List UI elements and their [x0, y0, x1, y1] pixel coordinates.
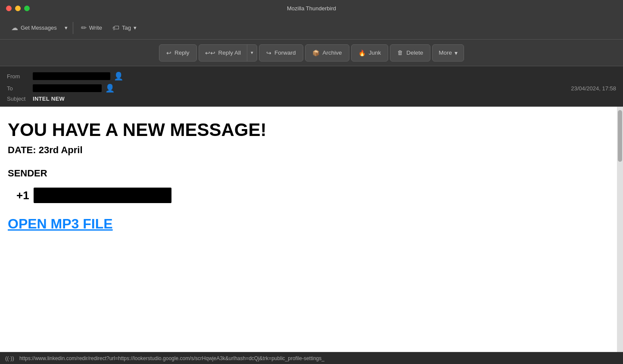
toolbar-divider-1 — [73, 22, 73, 34]
email-body-wrapper: YOU HAVE A NEW MESSAGE! DATE: 23rd April… — [0, 107, 623, 352]
forward-button[interactable]: ↪ Forward — [259, 44, 303, 62]
more-label: More — [439, 49, 452, 56]
from-avatar-icon[interactable]: 👤 — [114, 71, 123, 81]
archive-label: Archive — [323, 49, 342, 56]
subject-row: Subject INTEL NEW — [7, 96, 616, 102]
minimize-button[interactable] — [15, 6, 21, 11]
email-date: DATE: 23rd April — [8, 145, 604, 156]
get-messages-button[interactable]: ☁ Get Messages — [7, 21, 61, 34]
maximize-button[interactable] — [24, 6, 30, 11]
tag-icon: 🏷 — [112, 24, 119, 32]
reply-button[interactable]: ↩ Reply — [159, 44, 197, 62]
get-messages-icon: ☁ — [11, 24, 18, 32]
delete-button[interactable]: 🗑 Delete — [390, 44, 430, 62]
forward-label: Forward — [274, 49, 296, 56]
reply-all-dropdown[interactable]: ▾ — [247, 45, 257, 61]
delete-label: Delete — [406, 49, 423, 56]
archive-icon: 📦 — [312, 49, 320, 56]
tag-label: Tag — [122, 25, 131, 31]
email-body: YOU HAVE A NEW MESSAGE! DATE: 23rd April… — [0, 107, 617, 352]
from-label: From — [7, 73, 33, 80]
status-url: https://www.linkedin.com/redir/redirect?… — [19, 355, 324, 361]
reply-label: Reply — [174, 49, 190, 56]
sender-number-redacted — [34, 188, 171, 203]
to-row: To 👤 23/04/2024, 17:58 — [7, 83, 616, 93]
reply-all-button[interactable]: ↩↩ Reply All — [199, 45, 247, 61]
archive-button[interactable]: 📦 Archive — [305, 44, 349, 62]
open-mp3-link[interactable]: OPEN MP3 FILE — [8, 216, 113, 232]
reply-all-chevron-icon: ▾ — [251, 50, 253, 56]
write-label: Write — [89, 25, 102, 31]
email-headline: YOU HAVE A NEW MESSAGE! — [8, 120, 604, 140]
from-value-wrapper: 👤 — [33, 71, 616, 81]
more-button[interactable]: More ▾ — [432, 44, 464, 62]
reply-all-split: ↩↩ Reply All ▾ — [199, 44, 258, 62]
scrollbar-track[interactable] — [617, 107, 623, 352]
to-label: To — [7, 85, 33, 92]
traffic-lights — [6, 6, 30, 11]
get-messages-label: Get Messages — [21, 25, 57, 31]
subject-value: INTEL NEW — [33, 96, 65, 102]
reply-all-label: Reply All — [218, 49, 241, 56]
to-redacted — [33, 84, 102, 92]
email-sender-label: SENDER — [8, 168, 604, 179]
scrollbar-thumb[interactable] — [618, 110, 622, 162]
to-value-wrapper: 👤 — [33, 83, 571, 93]
delete-icon: 🗑 — [397, 49, 403, 56]
get-messages-dropdown[interactable]: ▾ — [63, 22, 69, 34]
sender-number-row: +1 — [16, 188, 604, 203]
tag-button[interactable]: 🏷 Tag ▾ — [108, 22, 141, 34]
tag-chevron-icon: ▾ — [134, 25, 137, 31]
action-bar: ↩ Reply ↩↩ Reply All ▾ ↪ Forward 📦 Archi… — [0, 40, 623, 66]
from-row: From 👤 — [7, 71, 616, 81]
sender-prefix: +1 — [16, 189, 29, 202]
email-timestamp: 23/04/2024, 17:58 — [571, 85, 616, 92]
to-avatar-icon[interactable]: 👤 — [105, 83, 115, 93]
from-redacted — [33, 72, 110, 80]
titlebar: Mozilla Thunderbird — [0, 0, 623, 16]
top-toolbar: ☁ Get Messages ▾ ✏ Write 🏷 Tag ▾ — [0, 16, 623, 40]
write-button[interactable]: ✏ Write — [77, 21, 106, 34]
junk-label: Junk — [369, 49, 381, 56]
status-signal-icon: ((·)) — [5, 355, 14, 361]
more-chevron-icon: ▾ — [455, 49, 458, 56]
reply-icon: ↩ — [166, 49, 171, 56]
write-icon: ✏ — [81, 24, 87, 32]
junk-icon: 🔥 — [358, 49, 366, 56]
subject-label: Subject — [7, 96, 33, 102]
forward-icon: ↪ — [266, 49, 271, 56]
reply-all-icon: ↩↩ — [205, 49, 215, 56]
email-header: From 👤 To 👤 23/04/2024, 17:58 Subject IN… — [0, 66, 623, 107]
window-title: Mozilla Thunderbird — [287, 5, 336, 12]
junk-button[interactable]: 🔥 Junk — [351, 44, 389, 62]
chevron-down-icon: ▾ — [65, 25, 68, 31]
close-button[interactable] — [6, 6, 12, 11]
statusbar: ((·)) https://www.linkedin.com/redir/red… — [0, 352, 623, 364]
